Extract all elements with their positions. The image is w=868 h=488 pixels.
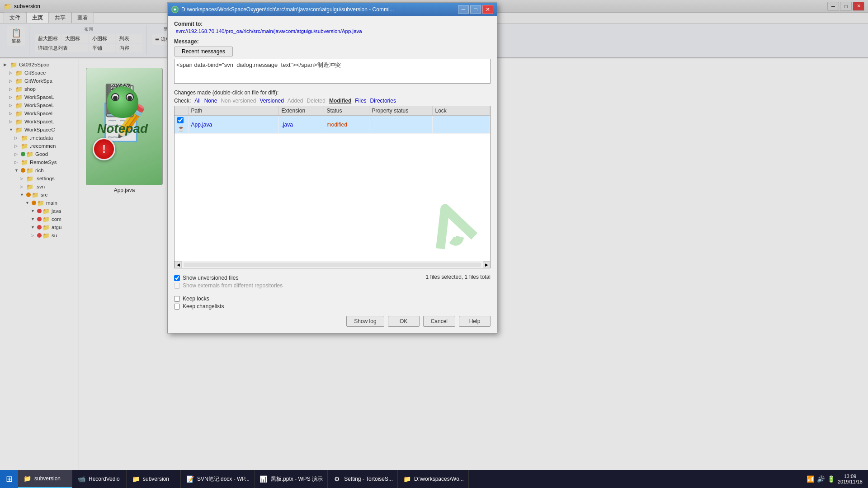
taskbar-icon-settings: ⚙ — [332, 474, 341, 483]
svn-minimize-button[interactable]: ─ — [458, 5, 469, 14]
filter-versioned[interactable]: Versioned — [259, 98, 283, 104]
date: 2019/11/18 — [838, 479, 863, 484]
taskbar-label: 黑板.pptx - WPS 演示 — [271, 475, 323, 483]
file-table-container: Path Extension Status Property status Lo… — [174, 106, 491, 268]
show-log-button[interactable]: Show log — [346, 316, 384, 327]
svn-dialog-body: Commit to: svn://192.168.70.140/pro_oa/r… — [168, 16, 497, 333]
svn-close-button[interactable]: ✕ — [482, 5, 493, 14]
start-button[interactable]: ⊞ — [0, 470, 18, 488]
taskbar-icon-folder2: 📁 — [131, 474, 140, 483]
dialog-overlay: D:\workspaces\WorkSpaceOxygen\rich\src\m… — [0, 0, 868, 488]
taskbar-item-blackboard[interactable]: 📊 黑板.pptx - WPS 演示 — [255, 470, 328, 488]
keep-changelists-checkbox[interactable] — [174, 304, 180, 310]
help-button[interactable]: Help — [459, 316, 491, 327]
taskbar-item-subversion[interactable]: 📁 subversion — [18, 470, 72, 488]
show-unversioned-label: Show unversioned files — [183, 275, 238, 281]
check-label: Check: — [174, 98, 191, 104]
windows-icon: ⊞ — [6, 474, 13, 484]
filter-deleted[interactable]: Deleted — [307, 98, 326, 104]
col-property-status[interactable]: Property status — [369, 106, 432, 116]
row-property-status — [369, 116, 432, 134]
taskbar-label: subversion — [34, 475, 61, 482]
show-unversioned-checkbox[interactable] — [174, 275, 180, 281]
ok-button[interactable]: OK — [388, 316, 420, 327]
keep-changelists-label: Keep changelists — [183, 303, 224, 310]
taskbar-label: subversion — [143, 476, 169, 482]
svn-commit-dialog: D:\workspaces\WorkSpaceOxygen\rich\src\m… — [167, 2, 497, 333]
taskbar-item-recordvedio[interactable]: 📹 RecordVedio — [72, 470, 127, 488]
commit-to-label: Commit to: — [174, 21, 491, 27]
taskbar-item-svnnotes[interactable]: 📝 SVN笔记.docx - WP... — [181, 470, 255, 488]
taskbar-item-subversion2[interactable]: 📁 subversion — [127, 470, 181, 488]
keep-locks-checkbox[interactable] — [174, 296, 180, 302]
clock[interactable]: 13:09 2019/11/18 — [838, 474, 863, 484]
scroll-right-button[interactable]: ▶ — [483, 261, 490, 268]
check-filter-bar: Check: All None Non-versioned Versioned … — [174, 98, 491, 104]
svn-win-controls: ─ □ ✕ — [458, 5, 493, 14]
taskbar-icon-folder3: 📁 — [402, 474, 411, 483]
svn-app-icon — [171, 6, 179, 13]
tray-icon-wifi: 📶 — [807, 475, 814, 483]
svn-title-bar: D:\workspaces\WorkSpaceOxygen\rich\src\m… — [168, 3, 497, 16]
row-extension: .java — [278, 116, 324, 134]
options-group: Show unversioned files Show externals fr… — [174, 275, 283, 290]
commit-url: svn://192.168.70.140/pro_oa/rich/src/mai… — [176, 28, 491, 34]
file-table: Path Extension Status Property status Lo… — [175, 106, 490, 134]
show-externals-label: Show externals from different repositori… — [183, 282, 283, 289]
col-extension[interactable]: Extension — [278, 106, 324, 116]
file-checkbox[interactable] — [177, 117, 184, 123]
show-unversioned-row: Show unversioned files — [174, 275, 283, 281]
file-count: 1 files selected, 1 files total — [426, 272, 491, 280]
taskbar-icon-video: 📹 — [77, 474, 86, 483]
col-status[interactable]: Status — [324, 106, 369, 116]
table-row[interactable]: ☕ App.java .java modified — [175, 116, 490, 134]
show-externals-row: Show externals from different repositori… — [174, 282, 283, 289]
svn-dialog-title: D:\workspaces\WorkSpaceOxygen\rich\src\m… — [181, 6, 455, 13]
scroll-left-button[interactable]: ◀ — [175, 261, 182, 268]
taskbar-icon-doc: 📝 — [185, 474, 194, 483]
cancel-button[interactable]: Cancel — [423, 316, 455, 327]
row-path: App.java — [188, 116, 278, 134]
taskbar-item-workspace[interactable]: 📁 D:\workspaces\Wo... — [398, 470, 469, 488]
taskbar-icon-ppt: 📊 — [259, 474, 268, 483]
taskbar: ⊞ 📁 subversion 📹 RecordVedio 📁 subversio… — [0, 470, 868, 488]
row-lock — [432, 116, 490, 134]
horizontal-scrollbar[interactable]: ◀ ▶ — [175, 261, 490, 268]
filter-directories[interactable]: Directories — [370, 98, 396, 104]
filter-added[interactable]: Added — [288, 98, 303, 104]
svn-arrow-watermark — [418, 195, 490, 268]
file-type-icon: ☕ — [177, 125, 185, 132]
filter-non-versioned[interactable]: Non-versioned — [221, 98, 256, 104]
changes-label: Changes made (double-click on file for d… — [174, 89, 491, 96]
taskbar-label: SVN笔记.docx - WP... — [197, 475, 250, 483]
tray-icon-battery: 🔋 — [827, 475, 835, 483]
show-externals-checkbox[interactable] — [174, 283, 180, 289]
taskbar-label: D:\workspaces\Wo... — [414, 476, 464, 482]
col-checkbox — [175, 106, 188, 116]
row-status: modified — [324, 116, 369, 134]
message-label: Message: — [174, 38, 491, 45]
taskbar-label: Setting - TortoiseS... — [344, 476, 393, 482]
filter-files[interactable]: Files — [355, 98, 366, 104]
row-checkbox-cell[interactable]: ☕ — [175, 116, 188, 134]
scroll-thumb[interactable] — [184, 263, 481, 267]
col-lock[interactable]: Lock — [432, 106, 490, 116]
taskbar-label: RecordVedio — [89, 476, 120, 482]
recent-messages-button[interactable]: Recent messages — [174, 47, 233, 56]
dialog-buttons: Show log OK Cancel Help — [174, 312, 491, 328]
keep-changelists-row: Keep changelists — [174, 303, 491, 310]
keep-locks-row: Keep locks — [174, 296, 491, 302]
svn-maximize-button[interactable]: □ — [470, 5, 481, 14]
taskbar-items: 📁 subversion 📹 RecordVedio 📁 subversion … — [18, 470, 801, 488]
keep-locks-label: Keep locks — [183, 296, 209, 302]
tray-icon-volume: 🔊 — [817, 475, 825, 483]
filter-all[interactable]: All — [194, 98, 200, 104]
bottom-options-area: Show unversioned files Show externals fr… — [174, 272, 491, 293]
filter-modified[interactable]: Modified — [329, 98, 351, 104]
filter-none[interactable]: None — [204, 98, 217, 104]
message-input[interactable]: <span data-bind="svn_dialog.message_text… — [174, 59, 491, 84]
system-tray: 📶 🔊 🔋 13:09 2019/11/18 — [801, 470, 868, 488]
col-path[interactable]: Path — [188, 106, 278, 116]
taskbar-item-setting[interactable]: ⚙ Setting - TortoiseS... — [328, 470, 398, 488]
taskbar-icon-folder: 📁 — [23, 474, 32, 483]
